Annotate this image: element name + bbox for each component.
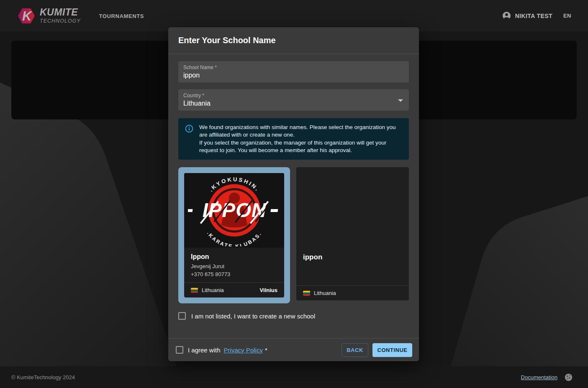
organization-card-ippon-selected[interactable]: .KYOKUSHIN. .KARATE KLUBAS. IPPON <box>178 167 290 303</box>
dropdown-arrow-icon <box>398 99 403 102</box>
school-name-input[interactable]: School Name * ippon <box>178 61 409 83</box>
agree-prefix: I agree with <box>188 347 221 354</box>
agree-privacy-checkbox[interactable] <box>176 346 183 354</box>
alert-text: We found organizations with similar name… <box>199 124 402 154</box>
country-select[interactable]: Country * Lithuania <box>178 89 409 111</box>
privacy-policy-link[interactable]: Privacy Policy <box>224 347 263 354</box>
dialog-body: School Name * ippon Country * Lithuania … <box>168 54 419 338</box>
brand-line1: KUMITE <box>40 8 81 17</box>
school-name-value: ippon <box>183 72 404 79</box>
organization-country: Lithuania <box>314 290 336 296</box>
dialog-header: Enter Your School Name <box>168 27 419 54</box>
organization-card-ippon-2[interactable]: ippon Lithuania <box>296 167 409 300</box>
logo-monogram: K <box>22 9 33 23</box>
organization-phone: +370 675 80773 <box>191 271 277 277</box>
page-footer: © KumiteTechnology 2024 Documentation <box>0 366 588 388</box>
continue-button[interactable]: CONTINUE <box>372 343 412 357</box>
logo-main-text: IPPON <box>202 199 266 222</box>
organization-manager: Jevgenij Jurut <box>191 263 277 269</box>
organization-info: Ippon Jevgenij Jurut +370 675 80773 <box>184 248 284 282</box>
not-listed-checkbox[interactable] <box>178 312 186 320</box>
info-icon <box>185 124 193 133</box>
language-selector[interactable]: EN <box>563 13 571 19</box>
brand-logo[interactable]: K KUMITE TECHNOLOGY <box>17 6 81 26</box>
organization-cards: .KYOKUSHIN. .KARATE KLUBAS. IPPON <box>178 167 409 303</box>
lithuania-flag-icon <box>303 291 310 296</box>
brand-text: KUMITE TECHNOLOGY <box>40 8 81 24</box>
organization-logo-image: .KYOKUSHIN. .KARATE KLUBAS. IPPON <box>184 173 284 248</box>
documentation-link[interactable]: Documentation <box>521 374 557 380</box>
brand-line2: TECHNOLOGY <box>40 18 81 24</box>
kumite-hexagon-logo-icon: K <box>17 6 36 26</box>
alert-line1: We found organizations with similar name… <box>199 124 402 139</box>
organization-name: ippon <box>296 253 409 261</box>
enter-school-name-dialog: Enter Your School Name School Name * ipp… <box>168 27 419 361</box>
copyright-text: © KumiteTechnology 2024 <box>11 374 75 380</box>
dialog-footer: I agree with Privacy Policy * BACK CONTI… <box>168 338 419 361</box>
organization-name: Ippon <box>191 253 277 261</box>
organization-location: Lithuania <box>296 286 409 300</box>
main-nav: TOURNAMENTS <box>99 12 144 20</box>
school-name-label: School Name * <box>183 65 404 70</box>
account-circle-icon <box>502 11 511 21</box>
required-asterisk: * <box>265 347 267 354</box>
country-value: Lithuania <box>183 100 404 107</box>
lithuania-flag-icon <box>191 288 198 293</box>
user-menu[interactable]: NIKITA TEST <box>502 11 552 21</box>
country-label: Country * <box>183 93 404 98</box>
back-button[interactable]: BACK <box>342 343 368 357</box>
organization-city: Vilnius <box>260 287 277 293</box>
not-listed-checkbox-row[interactable]: I am not listed, I want to create a new … <box>178 312 409 320</box>
ippon-club-logo: .KYOKUSHIN. .KARATE KLUBAS. IPPON <box>188 174 281 246</box>
agree-privacy-row[interactable]: I agree with Privacy Policy * <box>176 346 267 354</box>
dialog-title: Enter Your School Name <box>178 36 276 45</box>
organization-country: Lithuania <box>202 287 224 293</box>
alert-line2: If you select the organization, the mana… <box>199 139 402 155</box>
organization-logo-placeholder <box>296 167 409 253</box>
top-navigation-bar: K KUMITE TECHNOLOGY TOURNAMENTS NIKITA T… <box>0 0 588 31</box>
not-listed-label: I am not listed, I want to create a new … <box>191 313 315 320</box>
user-name: NIKITA TEST <box>515 13 552 19</box>
nav-item-tournaments[interactable]: TOURNAMENTS <box>99 13 144 19</box>
organization-location: Lithuania Vilnius <box>184 283 284 297</box>
info-alert: We found organizations with similar name… <box>178 118 409 160</box>
cookie-settings-icon[interactable] <box>564 373 573 382</box>
